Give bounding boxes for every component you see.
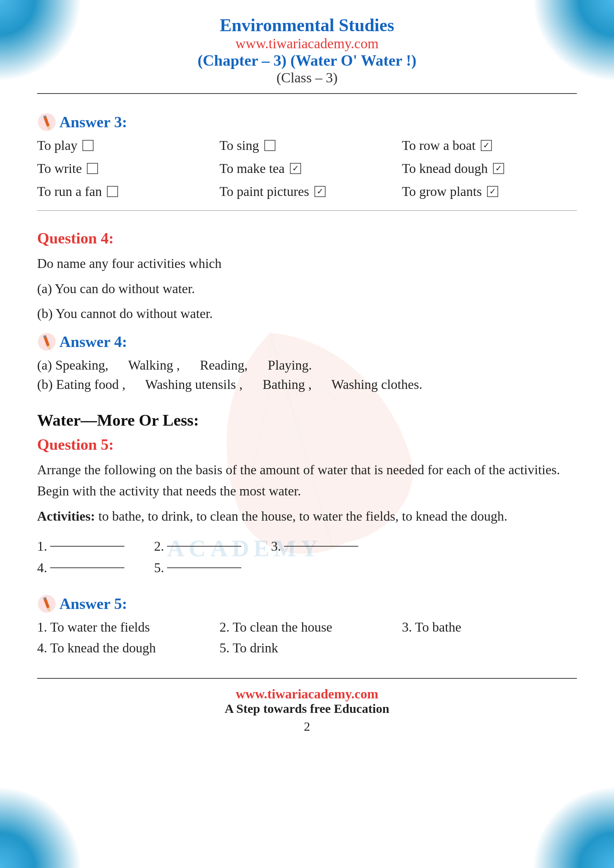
checkbox-paint: ✓ bbox=[315, 186, 326, 197]
answer3-checkbox-grid: To play To sing To row a boat ✓ To write… bbox=[37, 138, 577, 199]
answer5-label-row: Answer 5: bbox=[37, 594, 577, 614]
header-class: (Class – 3) bbox=[37, 70, 577, 86]
footer-tagline: A Step towards free Education bbox=[37, 702, 577, 716]
checkbox-item-plants: To grow plants ✓ bbox=[402, 184, 577, 199]
answer4-text: Answer 4: bbox=[59, 333, 127, 351]
answer4-row-b: (b) Eating food , Washing utensils , Bat… bbox=[37, 377, 577, 392]
checkbox-item-tea: To make tea ✓ bbox=[219, 161, 394, 176]
question4-text: Do name any four activities which bbox=[37, 253, 577, 274]
checkbox-item-row-label: To row a boat bbox=[402, 138, 476, 153]
checkbox-fan bbox=[107, 186, 118, 197]
checkbox-item-sing-label: To sing bbox=[219, 138, 259, 153]
question4-sub-b: (b) You cannot do without water. bbox=[37, 303, 577, 325]
blanks-row-1: 1. 2. 3. bbox=[37, 538, 577, 554]
answer4-row-b-2: Bathing , bbox=[262, 377, 312, 392]
blanks-container: ACADEMY 1. 2. 3. 4. bbox=[37, 538, 577, 575]
answer5-text: Answer 5: bbox=[59, 595, 127, 613]
blank-1-num: 1. bbox=[37, 538, 47, 554]
checkbox-write bbox=[87, 163, 98, 174]
checkbox-item-sing: To sing bbox=[219, 138, 394, 153]
question5-activities-text: to bathe, to drink, to clean the house, … bbox=[98, 509, 507, 524]
checkbox-tea: ✓ bbox=[290, 163, 301, 174]
answer3-label-row: Answer 3: bbox=[37, 112, 577, 132]
answer4-row-a-1: Walking , bbox=[128, 358, 180, 373]
blank-1: 1. bbox=[37, 538, 124, 554]
question5-activities: Activities: to bathe, to drink, to clean… bbox=[37, 506, 577, 527]
checkbox-item-write: To write bbox=[37, 161, 212, 176]
checkbox-item-play-label: To play bbox=[37, 138, 77, 153]
blank-2: 2. bbox=[154, 538, 241, 554]
page-footer: www.tiwariacademy.com A Step towards fre… bbox=[37, 678, 577, 734]
checkbox-sing bbox=[264, 140, 276, 151]
answer3-section: Answer 3: To play To sing To row a boat … bbox=[37, 112, 577, 199]
blank-5-num: 5. bbox=[154, 560, 164, 575]
blank-5: 5. bbox=[154, 560, 241, 575]
question4-label: Question 4: bbox=[37, 229, 577, 247]
answer4-section: Answer 4: (a) Speaking, Walking , Readin… bbox=[37, 332, 577, 392]
answer5-item-3: 3. To bathe bbox=[402, 619, 577, 635]
checkbox-item-dough: To knead dough ✓ bbox=[402, 161, 577, 176]
blank-3: 3. bbox=[271, 538, 358, 554]
blank-1-line bbox=[50, 546, 124, 547]
blank-3-line bbox=[284, 546, 358, 547]
header-chapter: (Chapter – 3) (Water O' Water !) bbox=[37, 51, 577, 70]
answer5-item-1: 1. To water the fields bbox=[37, 619, 212, 635]
blank-4-num: 4. bbox=[37, 560, 47, 575]
answer4-row-a: (a) Speaking, Walking , Reading, Playing… bbox=[37, 357, 577, 373]
checkbox-item-dough-label: To knead dough bbox=[402, 161, 488, 176]
checkbox-item-fan: To run a fan bbox=[37, 184, 212, 199]
pen-icon-5 bbox=[37, 594, 56, 614]
question5-label: Question 5: bbox=[37, 436, 577, 454]
answer5-item-5: 5. To drink bbox=[219, 640, 394, 656]
page-header: Environmental Studies www.tiwariacademy.… bbox=[37, 15, 577, 94]
checkbox-item-paint-label: To paint pictures bbox=[219, 184, 309, 199]
pen-icon bbox=[37, 112, 56, 132]
checkbox-item-paint: To paint pictures ✓ bbox=[219, 184, 394, 199]
corner-decoration-bl bbox=[0, 786, 82, 868]
question4-sub-a: (a) You can do without water. bbox=[37, 278, 577, 300]
answer5-section: Answer 5: 1. To water the fields 2. To c… bbox=[37, 594, 577, 656]
divider-1 bbox=[37, 211, 577, 211]
header-title: Environmental Studies bbox=[37, 15, 577, 35]
blank-2-num: 2. bbox=[154, 538, 164, 554]
answer4-row-b-3: Washing clothes. bbox=[332, 377, 422, 392]
water-section: Water—More Or Less: Question 5: Arrange … bbox=[37, 411, 577, 575]
checkbox-plants: ✓ bbox=[487, 186, 498, 197]
answer5-grid: 1. To water the fields 2. To clean the h… bbox=[37, 619, 577, 656]
water-section-title: Water—More Or Less: bbox=[37, 411, 577, 430]
answer5-item-2: 2. To clean the house bbox=[219, 619, 394, 635]
answer4-row-a-label: (a) Speaking, bbox=[37, 358, 109, 373]
question5-text: Arrange the following on the basis of th… bbox=[37, 459, 577, 502]
blank-5-line bbox=[167, 567, 241, 568]
answer4-label-row: Answer 4: bbox=[37, 332, 577, 352]
checkbox-row: ✓ bbox=[481, 140, 492, 151]
checkbox-item-plants-label: To grow plants bbox=[402, 184, 482, 199]
checkbox-item-write-label: To write bbox=[37, 161, 82, 176]
blank-4: 4. bbox=[37, 560, 124, 575]
blank-2-line bbox=[167, 546, 241, 547]
checkbox-item-tea-label: To make tea bbox=[219, 161, 284, 176]
blank-3-num: 3. bbox=[271, 538, 281, 554]
checkbox-item-play: To play bbox=[37, 138, 212, 153]
checkbox-dough: ✓ bbox=[493, 163, 504, 174]
corner-decoration-br bbox=[532, 786, 614, 868]
checkbox-item-row: To row a boat ✓ bbox=[402, 138, 577, 153]
checkbox-item-fan-label: To run a fan bbox=[37, 184, 102, 199]
answer4-row-a-3: Playing. bbox=[268, 358, 312, 373]
question4-section: Question 4: Do name any four activities … bbox=[37, 229, 577, 325]
answer3-text: Answer 3: bbox=[59, 113, 127, 131]
blank-4-line bbox=[50, 567, 124, 568]
page-content: Environmental Studies www.tiwariacademy.… bbox=[0, 0, 614, 756]
answer5-item-4: 4. To knead the dough bbox=[37, 640, 212, 656]
footer-page-number: 2 bbox=[37, 719, 577, 734]
pen-icon-4 bbox=[37, 332, 56, 352]
answer4-row-b-1: Washing utensils , bbox=[145, 377, 242, 392]
question5-activities-label: Activities: bbox=[37, 509, 95, 524]
header-website: www.tiwariacademy.com bbox=[37, 35, 577, 51]
checkbox-play bbox=[82, 140, 93, 151]
footer-website: www.tiwariacademy.com bbox=[37, 686, 577, 702]
blanks-row-2: 4. 5. bbox=[37, 560, 577, 575]
answer4-row-a-2: Reading, bbox=[200, 358, 248, 373]
answer4-row-b-label: (b) Eating food , bbox=[37, 377, 126, 392]
